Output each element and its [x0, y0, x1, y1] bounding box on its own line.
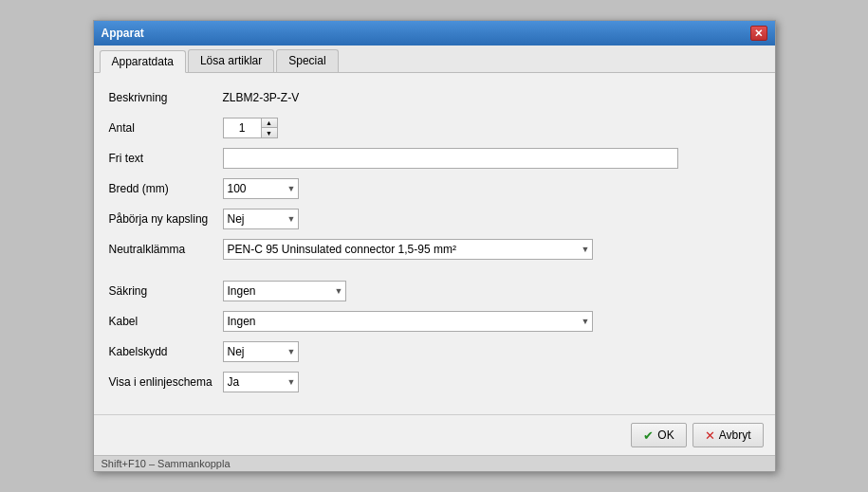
- bredd-row: Bredd (mm) 100 75 50 150 200 ▼: [109, 177, 760, 200]
- close-button[interactable]: ✕: [750, 26, 767, 41]
- tab-apparatdata[interactable]: Apparatdata: [100, 50, 186, 73]
- title-bar: Apparat ✕: [94, 21, 775, 46]
- tab-special[interactable]: Special: [276, 49, 338, 72]
- neutralklamm-select[interactable]: PEN-C 95 Uninsulated connector 1,5-95 mm…: [223, 239, 593, 260]
- cancel-label: Avbryt: [719, 428, 751, 442]
- visa-label: Visa i enlinjeschema: [109, 375, 223, 389]
- beskrivning-value: ZLBM2-3P-Z-V: [223, 91, 300, 104]
- bottom-bar-text: Shift+F10 – Sammankoppla: [102, 458, 231, 469]
- antal-spin-up[interactable]: ▲: [262, 118, 277, 128]
- cancel-button[interactable]: ✕ Avbryt: [693, 423, 764, 447]
- ok-button[interactable]: ✔ OK: [631, 423, 686, 447]
- fri-text-input[interactable]: [223, 148, 678, 169]
- kabelskydd-row: Kabelskydd Nej Ja ▼: [109, 340, 760, 363]
- paborja-select-wrap: Nej Ja ▼: [223, 209, 299, 229]
- kabel-select[interactable]: Ingen: [223, 311, 593, 332]
- paborja-select[interactable]: Nej Ja: [223, 209, 299, 229]
- visa-select[interactable]: Ja Nej: [223, 372, 299, 392]
- beskrivning-label: Beskrivning: [109, 91, 223, 104]
- antal-input-wrap: 1 ▲ ▼: [223, 118, 278, 138]
- kabel-label: Kabel: [109, 315, 223, 328]
- kabel-row: Kabel Ingen ▼: [109, 310, 760, 333]
- form-content: Beskrivning ZLBM2-3P-Z-V Antal 1 ▲ ▼ Fri…: [94, 73, 775, 414]
- main-window: Apparat ✕ Apparatdata Lösa artiklar Spec…: [93, 20, 776, 472]
- neutralklamm-label: Neutralklämma: [109, 243, 223, 256]
- cancel-icon: ✕: [705, 428, 715, 443]
- kabelskydd-select[interactable]: Nej Ja: [223, 341, 299, 362]
- visa-select-wrap: Ja Nej ▼: [223, 372, 299, 392]
- bredd-select-wrap: 100 75 50 150 200 ▼: [223, 178, 299, 199]
- visa-row: Visa i enlinjeschema Ja Nej ▼: [109, 371, 760, 393]
- sakring-label: Säkring: [109, 284, 223, 298]
- kabelskydd-select-wrap: Nej Ja ▼: [223, 341, 299, 362]
- tab-losa-artiklar[interactable]: Lösa artiklar: [188, 49, 274, 72]
- tab-bar: Apparatdata Lösa artiklar Special: [94, 46, 775, 73]
- kabelskydd-label: Kabelskydd: [109, 345, 223, 358]
- ok-icon: ✔: [643, 428, 654, 443]
- neutralklamm-row: Neutralklämma PEN-C 95 Uninsulated conne…: [109, 238, 760, 261]
- antal-input[interactable]: 1: [223, 118, 261, 138]
- antal-spin: ▲ ▼: [261, 118, 278, 138]
- kabel-select-wrap: Ingen ▼: [223, 311, 593, 332]
- sakring-select-wrap: Ingen ▼: [223, 281, 346, 301]
- ok-label: OK: [657, 428, 674, 442]
- sakring-row: Säkring Ingen ▼: [109, 280, 760, 302]
- fri-text-label: Fri text: [109, 152, 223, 165]
- bottom-bar: Shift+F10 – Sammankoppla: [94, 455, 775, 471]
- neutralklamm-select-wrap: PEN-C 95 Uninsulated connector 1,5-95 mm…: [223, 239, 593, 260]
- sakring-select[interactable]: Ingen: [223, 281, 346, 301]
- beskrivning-row: Beskrivning ZLBM2-3P-Z-V: [109, 86, 760, 109]
- window-title: Apparat: [102, 27, 144, 40]
- bredd-label: Bredd (mm): [109, 182, 223, 195]
- antal-label: Antal: [109, 121, 223, 135]
- antal-row: Antal 1 ▲ ▼: [109, 117, 760, 139]
- fri-text-row: Fri text: [109, 147, 760, 170]
- paborja-row: Påbörja ny kapsling Nej Ja ▼: [109, 208, 760, 230]
- antal-spin-down[interactable]: ▼: [262, 128, 277, 137]
- bredd-select[interactable]: 100 75 50 150 200: [223, 178, 299, 199]
- paborja-label: Påbörja ny kapsling: [109, 212, 223, 226]
- separator-1: [109, 268, 760, 280]
- footer: ✔ OK ✕ Avbryt: [94, 414, 775, 455]
